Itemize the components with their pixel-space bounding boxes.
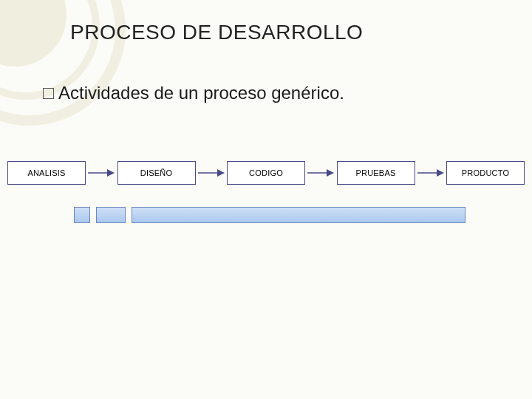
bar-segment-small: [74, 207, 90, 223]
svg-marker-7: [437, 169, 444, 177]
process-flow: ANALISIS DISEÑO CODIGO PRUEBAS: [7, 161, 525, 185]
bullet-text: Actividades de un proceso genérico.: [58, 83, 344, 103]
bullet-line: Actividades de un proceso genérico.: [43, 83, 344, 103]
bar-segment-medium: [96, 207, 126, 223]
arrow-right-icon: [88, 166, 115, 180]
arrow-right-icon: [307, 166, 334, 180]
progress-bars: [74, 207, 466, 223]
bar-segment-large: [132, 207, 466, 223]
arrow-right-icon: [417, 166, 444, 180]
arrow-right-icon: [198, 166, 225, 180]
slide: PROCESO DE DESARROLLO Actividades de un …: [0, 0, 532, 399]
decorative-rings: [0, 0, 126, 126]
svg-marker-5: [327, 169, 334, 177]
svg-marker-3: [217, 169, 225, 177]
bullet-square-icon: [43, 88, 54, 99]
flow-node-diseno: DISEÑO: [117, 161, 196, 185]
flow-node-producto: PRODUCTO: [446, 161, 525, 185]
flow-node-codigo: CODIGO: [227, 161, 305, 185]
slide-title: PROCESO DE DESARROLLO: [70, 21, 363, 44]
flow-node-pruebas: PRUEBAS: [337, 161, 415, 185]
flow-node-analisis: ANALISIS: [7, 161, 86, 185]
svg-marker-1: [107, 169, 115, 177]
